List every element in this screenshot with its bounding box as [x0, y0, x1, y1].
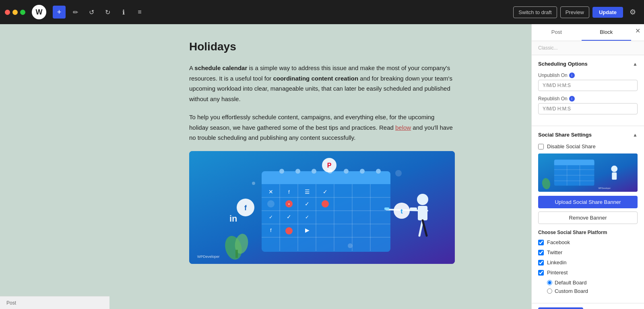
scheduling-options-header[interactable]: Scheduling Options ▲: [532, 55, 644, 73]
facebook-label[interactable]: Facebook: [547, 239, 570, 245]
post-heading: Holidays: [189, 40, 455, 53]
svg-text:P: P: [327, 162, 332, 169]
sidebar-inner: Classic... Scheduling Options ▲ Unpublis…: [532, 41, 644, 309]
post-image: ✕ f ☰ ✓ • ✓ ✓ ✓ ✓: [189, 151, 455, 264]
preview-button[interactable]: Preview: [560, 6, 589, 18]
default-board-radio[interactable]: [547, 280, 552, 285]
sidebar-tabs: Post Block ✕: [532, 24, 644, 41]
svg-text:WPDeveloper: WPDeveloper: [197, 255, 220, 259]
republish-on-group: Republish On i: [538, 96, 638, 114]
below-link[interactable]: below: [395, 124, 411, 131]
svg-rect-67: [612, 172, 617, 180]
unpublish-on-info-icon[interactable]: i: [569, 73, 575, 78]
unpublish-on-input[interactable]: [538, 80, 638, 91]
social-share-settings-chevron: ▲: [633, 132, 638, 138]
custom-board-row: Custom Board: [547, 288, 638, 294]
wp-logo[interactable]: W: [32, 5, 46, 19]
update-button[interactable]: Update: [592, 7, 623, 18]
svg-rect-52: [235, 250, 238, 258]
collapsed-section-label: Classic...: [538, 45, 558, 51]
share-now-button[interactable]: Share Now: [538, 307, 583, 309]
svg-point-34: [285, 227, 293, 234]
info-button[interactable]: ℹ: [117, 6, 130, 19]
svg-rect-60: [554, 162, 594, 165]
switch-draft-button[interactable]: Switch to draft: [513, 6, 557, 18]
svg-point-55: [252, 182, 255, 185]
svg-text:✓: ✓: [287, 214, 291, 220]
scheduling-options-body: Unpublish On i Republish On i: [532, 73, 644, 126]
svg-rect-42: [384, 207, 389, 210]
disable-social-share-row: Disable Social Share: [538, 143, 638, 149]
pinterest-checkbox[interactable]: [538, 270, 544, 276]
scheduling-options-chevron: ▲: [633, 61, 638, 67]
upload-banner-button[interactable]: Upload Social Share Banner: [538, 196, 638, 208]
editor-content: Holidays A schedule calendar is a simple…: [189, 40, 455, 264]
svg-point-54: [348, 243, 353, 248]
linkedin-checkbox[interactable]: [538, 260, 544, 265]
close-sidebar-button[interactable]: ✕: [631, 24, 644, 37]
svg-point-6: [312, 169, 316, 174]
list-button[interactable]: ≡: [133, 6, 146, 19]
svg-point-8: [344, 169, 349, 174]
svg-point-10: [376, 169, 381, 174]
maximize-traffic-light[interactable]: [20, 10, 25, 15]
facebook-checkbox[interactable]: [538, 240, 544, 245]
disable-social-share-label[interactable]: Disable Social Share: [547, 143, 596, 149]
svg-point-4: [279, 169, 284, 174]
social-share-settings-body: Disable Social Share: [532, 143, 644, 303]
social-share-settings-header[interactable]: Social Share Settings ▲: [532, 126, 644, 143]
svg-text:☰: ☰: [305, 189, 310, 195]
tab-post[interactable]: Post: [532, 24, 582, 41]
traffic-lights: [5, 10, 25, 15]
pinterest-label[interactable]: Pinterest: [547, 270, 568, 276]
linkedin-row: Linkedin: [538, 259, 638, 265]
disable-social-share-checkbox[interactable]: [538, 144, 544, 149]
custom-board-label[interactable]: Custom Board: [555, 288, 588, 294]
scheduling-options-section: Scheduling Options ▲ Unpublish On i Repu…: [532, 55, 644, 126]
twitter-checkbox[interactable]: [538, 250, 544, 255]
svg-point-66: [611, 166, 617, 172]
tab-block[interactable]: Block: [582, 24, 632, 41]
svg-point-25: [267, 200, 275, 207]
scheduling-options-title: Scheduling Options: [538, 61, 588, 67]
post-image-inner: ✕ f ☰ ✓ • ✓ ✓ ✓ ✓: [189, 151, 455, 264]
svg-text:✓: ✓: [323, 189, 328, 195]
svg-text:✓: ✓: [269, 214, 273, 220]
banner-preview: WPDeveloper: [538, 153, 638, 192]
unpublish-on-label: Unpublish On i: [538, 73, 638, 78]
minimize-traffic-light[interactable]: [12, 10, 18, 15]
footer-label: Post: [6, 300, 16, 306]
settings-icon-button[interactable]: ⚙: [626, 6, 639, 19]
topbar-right: Switch to draft Preview Update ⚙: [513, 6, 639, 19]
paragraph-1: A schedule calendar is a simple way to a…: [189, 63, 455, 104]
unpublish-on-group: Unpublish On i: [538, 73, 638, 91]
bold-schedule-calendar: schedule calendar: [194, 64, 247, 71]
svg-point-36: [417, 194, 428, 205]
twitter-label[interactable]: Twitter: [547, 249, 562, 255]
svg-text:✕: ✕: [268, 189, 273, 195]
svg-text:✓: ✓: [305, 214, 309, 220]
right-sidebar: Post Block ✕ Classic... Scheduling Optio…: [531, 24, 644, 309]
platform-section-label: Choose Social Share Platform: [538, 230, 638, 235]
default-board-label[interactable]: Default Board: [555, 280, 587, 286]
republish-on-info-icon[interactable]: i: [569, 96, 575, 102]
pen-button[interactable]: ✏: [69, 6, 82, 19]
remove-banner-button[interactable]: Remove Banner: [538, 212, 638, 224]
linkedin-label[interactable]: Linkedin: [547, 259, 566, 265]
redo-button[interactable]: ↻: [101, 6, 114, 19]
svg-text:▶: ▶: [305, 227, 310, 233]
close-traffic-light[interactable]: [5, 10, 10, 15]
facebook-row: Facebook: [538, 239, 638, 245]
svg-text:WPDeveloper: WPDeveloper: [598, 187, 611, 189]
svg-text:•: •: [288, 202, 290, 206]
add-button[interactable]: +: [53, 6, 66, 19]
svg-text:t: t: [400, 208, 403, 215]
custom-board-radio[interactable]: [547, 288, 552, 294]
svg-rect-3: [262, 178, 390, 184]
svg-text:✓: ✓: [305, 201, 310, 207]
collapsed-section: Classic...: [532, 41, 644, 55]
republish-on-input[interactable]: [538, 103, 638, 114]
svg-point-29: [322, 200, 329, 207]
undo-button[interactable]: ↺: [85, 6, 98, 19]
social-share-settings-title: Social Share Settings: [538, 132, 592, 138]
